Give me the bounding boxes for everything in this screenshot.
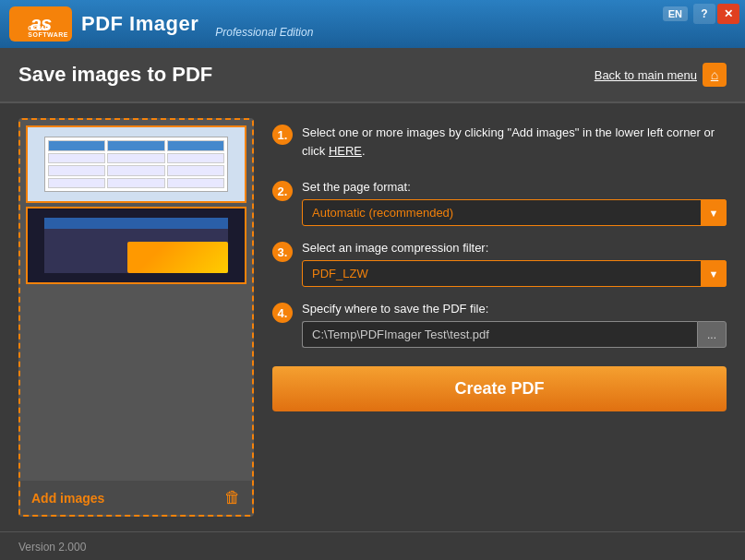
thumb-2-content bbox=[44, 218, 229, 273]
here-link[interactable]: HERE bbox=[329, 144, 362, 158]
version-text: Version 2.000 bbox=[18, 541, 86, 554]
step-2-content: Set the page format: Automatic (recommen… bbox=[302, 180, 727, 226]
thumb-cell bbox=[167, 178, 225, 189]
step-3-number: 3. bbox=[272, 242, 293, 262]
image-panel-footer: Add images 🗑 bbox=[20, 481, 252, 515]
back-link-text: Back to main menu bbox=[595, 68, 697, 82]
thumb-header-cell bbox=[48, 140, 106, 151]
step-3-content: Select an image compression filter: PDF_… bbox=[302, 241, 727, 287]
app-edition: Professional Edition bbox=[215, 26, 313, 42]
thumb-cell bbox=[48, 165, 106, 176]
thumb-row bbox=[48, 153, 225, 164]
step-1-text: Select one or more images by clicking "A… bbox=[302, 124, 727, 160]
page-title: Save images to PDF bbox=[18, 63, 212, 87]
image-item-2[interactable] bbox=[26, 207, 246, 284]
file-path-wrapper: ... bbox=[302, 321, 727, 348]
step-4-row: 4. Specify where to save the PDF file: .… bbox=[272, 302, 727, 348]
thumb-cell bbox=[167, 153, 225, 164]
logo-sub: COMPSOFTWARE bbox=[28, 25, 68, 38]
thumb-2-header bbox=[44, 218, 229, 229]
thumb-cell bbox=[167, 165, 225, 176]
thumb-row-header bbox=[48, 140, 225, 151]
step-2-label: Set the page format: bbox=[302, 180, 727, 194]
thumb-cell bbox=[107, 178, 165, 189]
image-thumb-2 bbox=[28, 209, 245, 282]
step-4-number: 4. bbox=[272, 303, 293, 323]
app-name: PDF Imager bbox=[81, 12, 198, 36]
page-header: Save images to PDF Back to main menu ⌂ bbox=[0, 48, 745, 103]
create-pdf-button[interactable]: Create PDF bbox=[272, 366, 727, 411]
step-1-number: 1. bbox=[272, 125, 293, 145]
home-icon: ⌂ bbox=[703, 63, 727, 87]
title-bar: as COMPSOFTWARE PDF Imager Professional … bbox=[0, 0, 745, 48]
title-controls: EN ? ✕ bbox=[657, 0, 745, 28]
image-panel: Add images 🗑 bbox=[18, 118, 254, 517]
lang-button[interactable]: EN bbox=[663, 6, 688, 21]
thumb-2-img bbox=[127, 242, 229, 273]
image-item-1[interactable] bbox=[26, 125, 246, 203]
step-4-content: Specify where to save the PDF file: ... bbox=[302, 302, 727, 348]
thumb-cell bbox=[48, 178, 106, 189]
thumb-1-inner bbox=[44, 137, 229, 192]
step-3-label: Select an image compression filter: bbox=[302, 241, 727, 255]
close-button[interactable]: ✕ bbox=[717, 4, 739, 24]
thumb-2-body bbox=[44, 229, 229, 273]
footer: Version 2.000 bbox=[0, 531, 745, 560]
help-button[interactable]: ? bbox=[693, 4, 715, 24]
step-1-content: Select one or more images by clicking "A… bbox=[302, 124, 727, 165]
right-panel: 1. Select one or more images by clicking… bbox=[272, 118, 727, 517]
image-list bbox=[20, 120, 252, 481]
main-content: Add images 🗑 1. Select one or more image… bbox=[0, 103, 745, 531]
compression-dropdown[interactable]: PDF_LZW PDF_JPEG PDF_FLATE None bbox=[302, 260, 727, 287]
page-format-dropdown[interactable]: Automatic (recommended) A4 A3 Letter Leg… bbox=[302, 199, 727, 226]
add-images-button[interactable]: Add images bbox=[31, 491, 104, 506]
logo-box: as COMPSOFTWARE bbox=[9, 6, 72, 42]
thumb-header-cell bbox=[167, 140, 225, 151]
step-4-label: Specify where to save the PDF file: bbox=[302, 302, 727, 316]
file-browse-button[interactable]: ... bbox=[697, 321, 727, 348]
step-2-row: 2. Set the page format: Automatic (recom… bbox=[272, 180, 727, 226]
thumb-header-cell bbox=[107, 140, 165, 151]
thumb-cell bbox=[107, 165, 165, 176]
thumb-cell bbox=[48, 153, 106, 164]
step-2-number: 2. bbox=[272, 181, 293, 201]
file-path-input[interactable] bbox=[302, 321, 697, 348]
step-3-row: 3. Select an image compression filter: P… bbox=[272, 241, 727, 287]
image-thumb-1 bbox=[28, 127, 245, 201]
thumb-row bbox=[48, 165, 225, 176]
compression-dropdown-wrapper: PDF_LZW PDF_JPEG PDF_FLATE None bbox=[302, 260, 727, 287]
page-format-dropdown-wrapper: Automatic (recommended) A4 A3 Letter Leg… bbox=[302, 199, 727, 226]
thumb-cell bbox=[107, 153, 165, 164]
thumb-row bbox=[48, 178, 225, 189]
step-1-row: 1. Select one or more images by clicking… bbox=[272, 124, 727, 165]
back-to-main-link[interactable]: Back to main menu ⌂ bbox=[595, 63, 727, 87]
logo-area: as COMPSOFTWARE PDF Imager Professional … bbox=[9, 6, 313, 42]
delete-image-button[interactable]: 🗑 bbox=[224, 488, 241, 507]
